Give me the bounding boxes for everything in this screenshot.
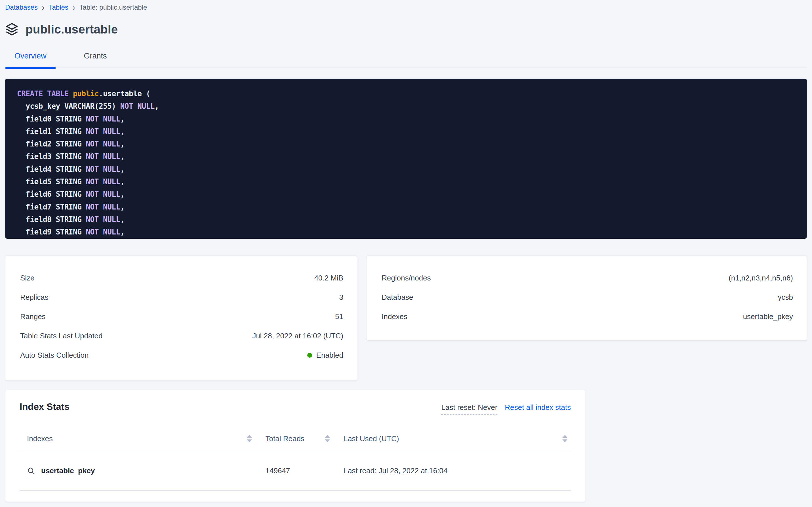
column-header-label: Total Reads xyxy=(265,434,304,443)
sql-token: , xyxy=(120,127,125,136)
sql-line: CREATE TABLE public.usertable ( xyxy=(17,88,798,100)
index-table-header-row: IndexesTotal ReadsLast Used (UTC) xyxy=(19,427,571,451)
index-name-link[interactable]: usertable_pkey xyxy=(27,466,95,475)
sql-line: field9 STRING NOT NULL, xyxy=(17,226,798,238)
sql-token: , xyxy=(120,203,125,211)
detail-value-text: ycsb xyxy=(778,293,793,302)
detail-label: Size xyxy=(20,274,35,282)
details-cards-row: Size40.2 MiBReplicas3Ranges51Table Stats… xyxy=(5,256,807,381)
sql-line: field6 STRING NOT NULL, xyxy=(17,188,798,201)
table-details-page: Databases›Tables›Table: public.usertable… xyxy=(0,0,812,502)
sql-token: , xyxy=(120,215,125,224)
last-reset-label: Last reset: Never xyxy=(441,403,497,415)
sql-token: , xyxy=(120,177,125,186)
detail-value-text: 51 xyxy=(335,312,343,321)
table-stats-rows: Size40.2 MiBReplicas3Ranges51Table Stats… xyxy=(5,268,357,365)
sql-token: , xyxy=(120,165,125,173)
chevron-right-icon: › xyxy=(73,3,75,12)
tab-overview[interactable]: Overview xyxy=(5,52,56,67)
sql-token: , xyxy=(120,228,125,236)
sql-line: field2 STRING NOT NULL, xyxy=(17,138,798,150)
sort-arrows-icon[interactable] xyxy=(562,435,567,442)
sort-arrows-icon[interactable] xyxy=(247,435,252,442)
sort-down-icon xyxy=(562,440,567,442)
tab-grants[interactable]: Grants xyxy=(75,52,116,67)
detail-value: 3 xyxy=(339,293,343,302)
column-header-indexes: Indexes xyxy=(19,434,265,443)
sql-token: , xyxy=(154,102,159,110)
detail-row: Replicas3 xyxy=(5,288,357,307)
sort-arrows-icon[interactable] xyxy=(325,435,330,442)
sql-line: field8 STRING NOT NULL, xyxy=(17,213,798,226)
detail-label: Replicas xyxy=(20,293,49,302)
detail-value: ycsb xyxy=(778,293,793,302)
detail-value-text: (n1,n2,n3,n4,n5,n6) xyxy=(729,274,793,282)
sql-line: field5 STRING NOT NULL, xyxy=(17,175,798,188)
tab-bar: OverviewGrants xyxy=(5,52,807,68)
index-name-cell: usertable_pkey xyxy=(19,466,265,475)
sql-token: NOT NULL xyxy=(86,190,120,199)
sql-token: field0 STRING xyxy=(17,115,86,123)
detail-value: (n1,n2,n3,n4,n5,n6) xyxy=(729,274,793,282)
detail-value-text: Jul 28, 2022 at 16:02 (UTC) xyxy=(252,332,343,340)
sql-token: NOT NULL xyxy=(86,215,120,224)
sql-line: field1 STRING NOT NULL, xyxy=(17,125,798,138)
detail-value-text: Enabled xyxy=(316,351,343,360)
sql-token: NOT NULL xyxy=(86,115,120,123)
sql-token: , xyxy=(120,140,125,148)
detail-value: Enabled xyxy=(307,351,343,360)
sql-token: field3 STRING xyxy=(17,152,86,161)
reset-all-index-stats-link[interactable]: Reset all index stats xyxy=(505,403,571,412)
sql-line: field4 STRING NOT NULL, xyxy=(17,163,798,175)
sql-line: field7 STRING NOT NULL, xyxy=(17,201,798,213)
index-stats-title: Index Stats xyxy=(19,401,69,412)
table-stats-card: Size40.2 MiBReplicas3Ranges51Table Stats… xyxy=(5,256,357,381)
detail-value: usertable_pkey xyxy=(743,312,793,321)
detail-value-text: 40.2 MiB xyxy=(314,274,343,282)
sql-token: , xyxy=(120,190,125,199)
detail-value-text: 3 xyxy=(339,293,343,302)
sql-line: field3 STRING NOT NULL, xyxy=(17,150,798,163)
total-reads-cell: 149647 xyxy=(265,466,344,475)
sql-token: field1 STRING xyxy=(17,127,86,136)
page-title: public.usertable xyxy=(25,23,118,36)
table-meta-card: Regions/nodes(n1,n2,n3,n4,n5,n6)Database… xyxy=(367,256,807,341)
sql-token: ycsb_key VARCHAR(255) xyxy=(17,102,120,110)
sql-token: .usertable ( xyxy=(99,90,150,98)
column-header-label: Last Used (UTC) xyxy=(343,434,399,443)
chevron-right-icon: › xyxy=(42,3,45,12)
column-header-last-used-utc-: Last Used (UTC) xyxy=(343,434,571,443)
sql-token: NOT NULL xyxy=(86,203,120,211)
sql-token: NOT NULL xyxy=(86,177,120,186)
last-used-cell: Last read: Jul 28, 2022 at 16:04 xyxy=(343,466,571,475)
sql-code: CREATE TABLE public.usertable ( ycsb_key… xyxy=(17,88,798,238)
sql-token: NOT NULL xyxy=(120,102,154,110)
sort-down-icon xyxy=(325,440,330,442)
sql-token: , xyxy=(120,152,125,161)
page-header: public.usertable xyxy=(5,22,807,37)
detail-label: Indexes xyxy=(382,312,408,321)
create-table-statement: CREATE TABLE public.usertable ( ycsb_key… xyxy=(5,79,807,239)
detail-row: Ranges51 xyxy=(5,307,357,326)
detail-row: Regions/nodes(n1,n2,n3,n4,n5,n6) xyxy=(367,268,807,288)
index-name-text: usertable_pkey xyxy=(41,466,95,475)
index-table-body: usertable_pkey149647Last read: Jul 28, 2… xyxy=(19,451,571,491)
breadcrumb-item-tables[interactable]: Tables xyxy=(49,3,68,11)
detail-row: Size40.2 MiB xyxy=(5,268,357,288)
index-stats-table: IndexesTotal ReadsLast Used (UTC) userta… xyxy=(19,427,571,491)
index-stats-header: Index Stats Last reset: Never Reset all … xyxy=(19,401,571,414)
search-icon xyxy=(27,467,36,475)
sql-token: , xyxy=(120,115,125,123)
sort-up-icon xyxy=(562,435,567,438)
sql-token: public xyxy=(73,90,99,98)
breadcrumb-item-databases[interactable]: Databases xyxy=(5,3,38,11)
detail-row: Indexesusertable_pkey xyxy=(367,307,807,326)
sql-token: field4 STRING xyxy=(17,165,86,173)
sort-up-icon xyxy=(325,435,330,438)
sql-token: field8 STRING xyxy=(17,215,86,224)
sql-token: field2 STRING xyxy=(17,140,86,148)
sql-token: NOT NULL xyxy=(86,165,120,173)
index-stats-row: usertable_pkey149647Last read: Jul 28, 2… xyxy=(19,451,571,491)
sql-line: ycsb_key VARCHAR(255) NOT NULL, xyxy=(17,100,798,112)
sql-token: CREATE TABLE xyxy=(17,90,73,98)
